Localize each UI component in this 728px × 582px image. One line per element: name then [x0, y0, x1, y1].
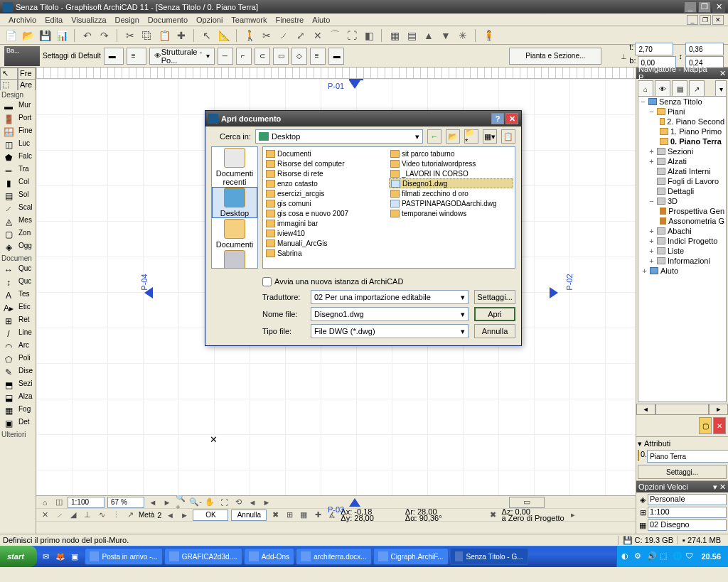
- ql-browser-icon[interactable]: 🦊: [54, 549, 67, 564]
- new-instance-checkbox[interactable]: [262, 277, 272, 286]
- mdi-minimize[interactable]: _: [687, 15, 698, 25]
- tool-col-icon[interactable]: ▮: [0, 177, 17, 190]
- taskbar-item[interactable]: architerra.docx...: [296, 548, 371, 565]
- doctool-9-icon[interactable]: ⬒: [0, 379, 17, 392]
- doctool-6[interactable]: Arc: [17, 340, 36, 353]
- file-item[interactable]: PASTPINAPAGODAarchi.dwg: [389, 198, 513, 208]
- redo-icon[interactable]: ↷: [98, 29, 111, 42]
- doctool-10[interactable]: Alza: [17, 392, 36, 404]
- tool-zon[interactable]: Zon: [17, 228, 36, 241]
- tool-mes[interactable]: Mes: [17, 215, 36, 228]
- geom-4-icon[interactable]: ▭: [273, 48, 289, 65]
- menu-opzioni[interactable]: Opzioni: [192, 15, 227, 25]
- doctool-1-icon[interactable]: ↕: [0, 276, 17, 289]
- tool-mes-icon[interactable]: ◬: [0, 215, 17, 228]
- file-item[interactable]: filmati zecchino d oro: [389, 188, 513, 198]
- new-icon[interactable]: 📄: [4, 29, 17, 42]
- tray-icon-4[interactable]: ⬚: [660, 551, 670, 561]
- geom-5-icon[interactable]: ◇: [291, 48, 307, 65]
- file-item[interactable]: Sabrina: [264, 248, 389, 258]
- story-up-icon[interactable]: ▲: [422, 29, 435, 42]
- tool-mur[interactable]: Mur: [17, 100, 36, 113]
- filename-combo[interactable]: Disegno1.dwg▾: [311, 307, 469, 321]
- dz-toggle-icon[interactable]: ▸: [567, 510, 579, 521]
- nav-view-icon[interactable]: 👁: [655, 80, 670, 97]
- doctool-1[interactable]: Quc: [17, 276, 36, 289]
- zoom-out-icon[interactable]: 🔍-: [190, 497, 201, 508]
- mdi-restore[interactable]: ❐: [700, 15, 711, 25]
- tool-ogg-icon[interactable]: ◈: [0, 241, 17, 254]
- snap-2-icon[interactable]: ⟋: [53, 510, 65, 521]
- paste-icon[interactable]: 📋: [158, 29, 171, 42]
- meta-next-icon[interactable]: ►: [178, 510, 190, 521]
- taskbar-item[interactable]: Add-Ons: [244, 548, 294, 565]
- ok-button[interactable]: OK: [193, 510, 228, 521]
- coord-grid-icon[interactable]: ⊞: [284, 510, 295, 521]
- doctool-10-icon[interactable]: ⬓: [0, 392, 17, 404]
- file-item[interactable]: _LAVORI IN CORSO: [389, 168, 513, 178]
- cut-icon[interactable]: ✂: [124, 29, 136, 42]
- snap-1-icon[interactable]: ✕: [39, 510, 50, 521]
- doctool-4[interactable]: Ret: [17, 315, 36, 328]
- coord-x-icon[interactable]: ✖: [269, 510, 281, 521]
- tool-tra[interactable]: Tra: [17, 164, 36, 177]
- next-view-icon[interactable]: ►: [261, 497, 272, 508]
- file-item[interactable]: gis cosa e nuovo 2007: [264, 208, 389, 218]
- toolbox-tab-are[interactable]: Are: [18, 79, 36, 90]
- nav-publish-icon[interactable]: ↗: [689, 80, 705, 97]
- snap-7-icon[interactable]: ↗: [124, 510, 136, 521]
- up-button[interactable]: 📂: [446, 129, 460, 144]
- file-item[interactable]: temporanei windows: [389, 208, 513, 218]
- file-item[interactable]: Manuali_ArcGis: [264, 238, 389, 248]
- tool-zon-icon[interactable]: ▢: [0, 228, 17, 241]
- nav-project-icon[interactable]: ⌂: [638, 80, 653, 97]
- menu-archivio[interactable]: Archivio: [4, 15, 41, 25]
- file-item[interactable]: iview410: [264, 228, 389, 238]
- open-icon[interactable]: 📂: [21, 29, 34, 42]
- tool-tra-icon[interactable]: ═: [0, 164, 17, 177]
- dialog-help-button[interactable]: ?: [491, 113, 504, 124]
- adjust-icon[interactable]: ⤢: [294, 29, 307, 42]
- nav-scroll-left[interactable]: ◄: [636, 404, 655, 415]
- fit-icon[interactable]: ⛶: [218, 497, 230, 508]
- tray-icon-5[interactable]: 🌐: [673, 551, 682, 561]
- nav-scroll-thumb[interactable]: [655, 404, 710, 415]
- doctool-11[interactable]: Fog: [17, 404, 36, 417]
- file-item[interactable]: enzo catasto: [264, 178, 389, 188]
- doctool-2[interactable]: Tes: [17, 289, 36, 302]
- orbit2-icon[interactable]: ⟲: [232, 497, 244, 508]
- new-folder-button[interactable]: 📁*: [464, 129, 478, 144]
- doctool-7[interactable]: Poli: [17, 353, 36, 366]
- geom-1-icon[interactable]: ─: [218, 48, 233, 65]
- dz-icon[interactable]: ✖: [488, 510, 499, 521]
- doctool-0[interactable]: Quc: [17, 264, 36, 276]
- tool-luc[interactable]: Luc: [17, 139, 36, 151]
- prev-view-icon[interactable]: ◄: [247, 497, 258, 508]
- tool-sol[interactable]: Sol: [17, 190, 36, 203]
- story-down-icon[interactable]: ▼: [439, 29, 452, 42]
- settings-button[interactable]: Settaggi...: [638, 465, 727, 479]
- place-desktop[interactable]: Desktop: [212, 187, 257, 218]
- doctool-12[interactable]: Det: [17, 417, 36, 430]
- clock[interactable]: 20.56: [698, 552, 724, 561]
- file-item[interactable]: sit parco taburno: [389, 149, 513, 158]
- restore-button[interactable]: ❐: [698, 1, 711, 13]
- measure-icon[interactable]: 📐: [218, 29, 230, 42]
- doctool-8[interactable]: Dise: [17, 366, 36, 379]
- chevron-down-icon[interactable]: ▾: [638, 439, 642, 448]
- file-item[interactable]: Risorse di rete: [264, 168, 389, 178]
- 3d-window-icon[interactable]: ▦: [388, 29, 401, 42]
- tool-luc-icon[interactable]: ◫: [0, 139, 17, 151]
- doctool-0-icon[interactable]: ↔: [0, 264, 17, 276]
- doctool-6-icon[interactable]: ◠: [0, 340, 17, 353]
- doctool-4-icon[interactable]: ⊞: [0, 315, 17, 328]
- nav-menu-icon[interactable]: ▾: [715, 80, 727, 97]
- render-icon[interactable]: ✳: [456, 29, 469, 42]
- file-item[interactable]: esercizi_arcgis: [264, 188, 389, 198]
- file-list[interactable]: DocumentiRisorse del computerRisorse di …: [262, 146, 515, 269]
- navigator-tree[interactable]: −Senza Titolo −Piani 2. Piano Second 1. …: [638, 96, 727, 402]
- plot-icon[interactable]: 📊: [55, 29, 68, 42]
- tool-scal-icon[interactable]: ⟋: [0, 203, 17, 215]
- tray-icon-3[interactable]: 🔊: [647, 551, 657, 561]
- minimize-button[interactable]: _: [684, 1, 697, 13]
